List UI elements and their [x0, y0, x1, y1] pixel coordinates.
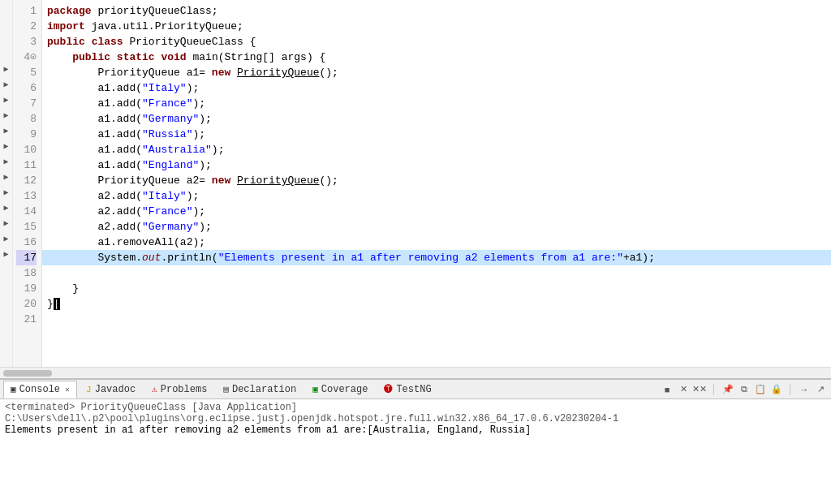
declaration-icon: ▤ [223, 384, 229, 394]
ln-5: 5 [16, 65, 37, 80]
tab-declaration[interactable]: ▤ Declaration [216, 381, 304, 398]
console-terminated-line: <terminated> PriorityQueueClass [Java Ap… [5, 402, 826, 424]
tab-toolbar: ■ ✕ ✕✕ | 📌 ⧉ 📋 🔒 | → ↗ [660, 382, 828, 397]
tab-bar: ▣ Console ✕ J Javadoc ⚠ Problems ▤ Decla… [0, 380, 831, 399]
ln-1: 1 [16, 3, 37, 19]
bp-5: ▶ [0, 62, 12, 77]
ln-17: 17 [16, 250, 37, 265]
coverage-icon: ▣ [312, 384, 318, 394]
ln-19: 19 [16, 281, 37, 296]
bp-4: ● [0, 46, 12, 62]
bp-3 [0, 31, 12, 46]
code-line-2: import java.util.PriorityQueue; [42, 19, 831, 34]
copy-button[interactable]: ⧉ [737, 382, 751, 397]
remove-all-button[interactable]: ✕✕ [692, 382, 707, 397]
ln-15: 15 [16, 219, 37, 235]
bp-12: ▶ [0, 170, 12, 185]
code-line-12: PriorityQueue a2= new PriorityQueue(); [42, 173, 831, 188]
bottom-panel: ▣ Console ✕ J Javadoc ⚠ Problems ▤ Decla… [0, 378, 831, 504]
code-line-11: a1.add("England"); [42, 157, 831, 173]
bp-20 [0, 293, 12, 308]
tab-declaration-label: Declaration [232, 384, 296, 395]
code-line-21 [42, 312, 831, 327]
tab-problems[interactable]: ⚠ Problems [144, 381, 214, 398]
ln-18: 18 [16, 265, 37, 281]
tab-coverage-label: Coverage [321, 384, 368, 395]
breakpoint-area: ● ▶ ▶ ▶ ▶ ▶ ▶ ▶ ▶ ▶ ▶ ▶ ▶ ▶ [0, 0, 13, 367]
tab-javadoc-label: Javadoc [95, 384, 136, 395]
code-line-1: package priorityQueueClass; [42, 3, 831, 19]
ln-9: 9 [16, 127, 37, 142]
code-line-16: a1.removeAll(a2); [42, 235, 831, 250]
bp-16: ▶ [0, 231, 12, 247]
ln-11: 11 [16, 157, 37, 173]
ln-21: 21 [16, 312, 37, 327]
editor-area: ● ▶ ▶ ▶ ▶ ▶ ▶ ▶ ▶ ▶ ▶ ▶ ▶ ▶ 1 2 3 4⊙ 5 6… [0, 0, 831, 378]
ln-20: 20 [16, 296, 37, 312]
tab-testng[interactable]: 🅣 TestNG [377, 381, 438, 398]
horizontal-scrollbar[interactable] [0, 367, 831, 378]
console-output-area: <terminated> PriorityQueueClass [Java Ap… [0, 399, 831, 504]
ln-10: 10 [16, 142, 37, 157]
remove-button[interactable]: ✕ [676, 382, 691, 397]
code-line-20: }| [42, 296, 831, 312]
code-line-3: public class PriorityQueueClass { [42, 34, 831, 50]
open-console-button[interactable]: → [797, 382, 812, 397]
bp-7: ▶ [0, 93, 12, 108]
line-numbers: 1 2 3 4⊙ 5 6 7 8 9 10 11 12 13 14 15 16 … [13, 0, 42, 367]
ln-14: 14 [16, 204, 37, 219]
bp-17: ▶ [0, 247, 12, 262]
code-line-9: a1.add("Russia"); [42, 127, 831, 142]
bp-14: ▶ [0, 200, 12, 216]
tab-testng-label: TestNG [396, 384, 431, 395]
problems-icon: ⚠ [152, 384, 157, 394]
separator-2: | [787, 383, 794, 396]
bp-9: ▶ [0, 123, 12, 139]
tab-console-label: Console [19, 384, 60, 395]
code-line-13: a2.add("Italy"); [42, 188, 831, 204]
separator-1: | [710, 383, 717, 396]
console-output-line: Elements present in a1 after removing a2… [5, 424, 826, 436]
ln-8: 8 [16, 111, 37, 127]
bp-13: ▶ [0, 185, 12, 200]
scroll-lock-button[interactable]: 🔒 [769, 382, 784, 397]
tab-problems-label: Problems [161, 384, 208, 395]
ln-16: 16 [16, 235, 37, 250]
stop-button[interactable]: ■ [660, 382, 674, 397]
ln-7: 7 [16, 96, 37, 111]
code-line-10: a1.add("Australia"); [42, 142, 831, 157]
code-line-6: a1.add("Italy"); [42, 80, 831, 96]
bp-10: ▶ [0, 139, 12, 154]
bp-2 [0, 15, 12, 31]
maximize-button[interactable]: ↗ [813, 382, 828, 397]
code-line-7: a1.add("France"); [42, 96, 831, 111]
console-close-icon[interactable]: ✕ [65, 385, 70, 394]
paste-button[interactable]: 📋 [753, 382, 768, 397]
bp-21 [0, 308, 12, 324]
bp-1 [0, 0, 12, 15]
bp-15: ▶ [0, 216, 12, 231]
code-line-5: PriorityQueue a1= new PriorityQueue(); [42, 65, 831, 80]
testng-icon: 🅣 [384, 384, 393, 394]
code-lines[interactable]: package priorityQueueClass; import java.… [42, 0, 831, 367]
bp-6: ▶ [0, 77, 12, 93]
tab-console[interactable]: ▣ Console ✕ [3, 381, 77, 398]
code-line-18 [42, 265, 831, 281]
code-line-17: System.out.println("Elements present in … [42, 250, 831, 265]
code-line-14: a2.add("France"); [42, 204, 831, 219]
ln-2: 2 [16, 19, 37, 34]
bp-19 [0, 278, 12, 293]
ln-3: 3 [16, 34, 37, 50]
scrollbar-thumb[interactable] [3, 370, 52, 377]
bp-11: ▶ [0, 154, 12, 170]
pin-button[interactable]: 📌 [721, 382, 735, 397]
javadoc-icon: J [86, 385, 92, 394]
tab-javadoc[interactable]: J Javadoc [79, 381, 143, 398]
ln-13: 13 [16, 188, 37, 204]
code-line-15: a2.add("Germany"); [42, 219, 831, 235]
ln-6: 6 [16, 80, 37, 96]
tab-coverage[interactable]: ▣ Coverage [305, 381, 375, 398]
code-line-19: } [42, 281, 831, 296]
code-container: ● ▶ ▶ ▶ ▶ ▶ ▶ ▶ ▶ ▶ ▶ ▶ ▶ ▶ 1 2 3 4⊙ 5 6… [0, 0, 831, 367]
bp-8: ▶ [0, 108, 12, 123]
